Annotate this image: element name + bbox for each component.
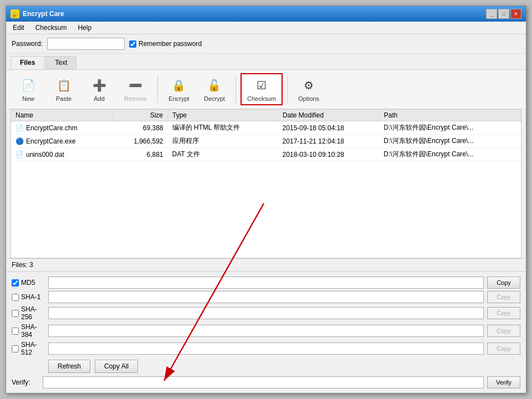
add-label: Add — [94, 95, 105, 102]
file-date: 2018-03-10 09:10:28 — [278, 148, 380, 161]
close-button[interactable]: ✕ — [510, 9, 521, 19]
maximize-button[interactable]: □ — [498, 9, 509, 19]
sha512-copy-button[interactable]: Copy — [487, 342, 520, 355]
paste-label: Paste — [56, 95, 71, 102]
options-button[interactable]: ⚙ Options — [292, 74, 325, 105]
menu-edit[interactable]: Edit — [8, 23, 29, 33]
password-bar: Password: Remember password — [6, 34, 526, 54]
remember-password-text: Remember password — [139, 40, 202, 48]
file-size: 6,881 — [112, 148, 167, 161]
add-button[interactable]: ➕ Add — [83, 74, 116, 105]
file-size: 1,966,592 — [112, 135, 167, 148]
sha384-copy-button[interactable]: Copy — [487, 325, 520, 337]
refresh-button[interactable]: Refresh — [48, 360, 90, 373]
table-row[interactable]: 🔵EncryptCare.exe 1,966,592 应用程序 2017-11-… — [11, 135, 521, 148]
minimize-button[interactable]: _ — [486, 9, 497, 19]
sha256-text: SHA-256 — [21, 305, 45, 321]
copy-all-button[interactable]: Copy All — [95, 360, 138, 373]
file-list-area[interactable]: Name Size Type Date Modified Path 📄Encry… — [11, 109, 521, 258]
col-size: Size — [112, 110, 167, 121]
remove-label: Remove — [124, 95, 147, 102]
sha384-input[interactable] — [48, 325, 484, 337]
decrypt-button[interactable]: 🔓 Decrypt — [198, 74, 231, 105]
options-icon: ⚙ — [300, 76, 318, 94]
remove-icon: ➖ — [126, 76, 144, 94]
verify-button[interactable]: Verify — [487, 376, 520, 388]
file-name: 🔵EncryptCare.exe — [11, 135, 112, 148]
file-path: D:\河东软件园\Encrypt Care\... — [379, 135, 520, 148]
file-type: 编译的 HTML 帮助文件 — [168, 121, 278, 135]
file-type: 应用程序 — [168, 135, 278, 148]
sha1-input[interactable] — [48, 291, 484, 303]
remove-button[interactable]: ➖ Remove — [118, 74, 153, 105]
sha256-input[interactable] — [48, 307, 484, 319]
md5-row: MD5 Copy — [12, 277, 520, 289]
sha1-checkbox[interactable] — [12, 294, 19, 301]
encrypt-icon: 🔒 — [170, 76, 188, 94]
sha384-checkbox[interactable] — [12, 328, 19, 335]
new-button[interactable]: 📄 New — [12, 74, 45, 105]
sha512-label: SHA-512 — [12, 341, 45, 356]
sha256-checkbox[interactable] — [12, 310, 19, 317]
sha1-row: SHA-1 Copy — [12, 291, 520, 303]
files-count: Files: 3 — [12, 261, 33, 269]
checksum-icon: ☑ — [253, 76, 270, 94]
remember-password-label: Remember password — [129, 40, 202, 48]
file-name: 📄unins000.dat — [11, 148, 112, 161]
md5-label: MD5 — [12, 279, 45, 287]
tabs-bar: Files Text — [6, 54, 526, 70]
toolbar-separator-1 — [157, 75, 158, 103]
table-row[interactable]: 📄EncryptCare.chm 69,388 编译的 HTML 帮助文件 20… — [11, 121, 521, 135]
menu-checksum[interactable]: Checksum — [31, 23, 71, 33]
checksum-button[interactable]: ☑ Checksum — [241, 73, 283, 105]
sha256-row: SHA-256 Copy — [12, 305, 520, 321]
file-date: 2015-09-18 05:04:18 — [278, 121, 380, 135]
password-input[interactable] — [47, 38, 125, 50]
paste-button[interactable]: 📋 Paste — [47, 74, 80, 105]
menu-bar: Edit Checksum Help — [6, 22, 526, 34]
file-path: D:\河东软件园\Encrypt Care\... — [379, 148, 520, 161]
col-date: Date Modified — [278, 110, 380, 121]
sha512-text: SHA-512 — [21, 341, 45, 356]
add-icon: ➕ — [90, 76, 108, 94]
main-window: 🔐 Encrypt Care _ □ ✕ Edit Checksum Help … — [6, 6, 526, 393]
menu-help[interactable]: Help — [73, 23, 96, 33]
sha512-checkbox[interactable] — [12, 345, 19, 352]
col-path: Path — [379, 110, 520, 121]
app-icon: 🔐 — [11, 9, 19, 18]
encrypt-button[interactable]: 🔒 Encrypt — [162, 74, 196, 105]
sha512-input[interactable] — [48, 342, 484, 355]
tab-files[interactable]: Files — [11, 56, 44, 69]
decrypt-icon: 🔓 — [206, 76, 223, 94]
md5-checkbox[interactable] — [12, 279, 19, 287]
verify-row: Verify: Verify — [12, 376, 520, 388]
file-date: 2017-11-21 12:04:18 — [278, 135, 380, 148]
title-bar: 🔐 Encrypt Care _ □ ✕ — [6, 6, 526, 22]
sha1-label: SHA-1 — [12, 293, 45, 301]
window-controls: _ □ ✕ — [486, 9, 521, 19]
sha256-copy-button[interactable]: Copy — [487, 307, 520, 319]
file-size: 69,388 — [112, 121, 167, 135]
md5-input[interactable] — [48, 277, 484, 289]
remember-password-checkbox[interactable] — [129, 40, 136, 48]
verify-input[interactable] — [43, 376, 484, 388]
window-title: Encrypt Care — [23, 10, 486, 18]
file-table: Name Size Type Date Modified Path 📄Encry… — [11, 110, 521, 161]
md5-text: MD5 — [21, 279, 35, 287]
sha1-copy-button[interactable]: Copy — [487, 291, 520, 303]
toolbar-separator-3 — [287, 75, 288, 103]
tab-text[interactable]: Text — [45, 56, 76, 69]
checksum-actions: Refresh Copy All — [12, 360, 520, 373]
sha1-text: SHA-1 — [21, 293, 40, 301]
encrypt-label: Encrypt — [168, 95, 189, 102]
verify-label: Verify: — [12, 378, 39, 386]
col-name: Name — [11, 110, 112, 121]
file-icon: 📄 — [16, 124, 24, 132]
status-bar: Files: 3 — [6, 258, 526, 271]
file-icon: 🔵 — [16, 137, 24, 145]
checksum-section: MD5 Copy SHA-1 Copy SHA-256 — [6, 271, 526, 393]
options-label: Options — [298, 95, 319, 102]
table-row[interactable]: 📄unins000.dat 6,881 DAT 文件 2018-03-10 09… — [11, 148, 521, 161]
md5-copy-button[interactable]: Copy — [487, 277, 520, 289]
col-type: Type — [168, 110, 278, 121]
